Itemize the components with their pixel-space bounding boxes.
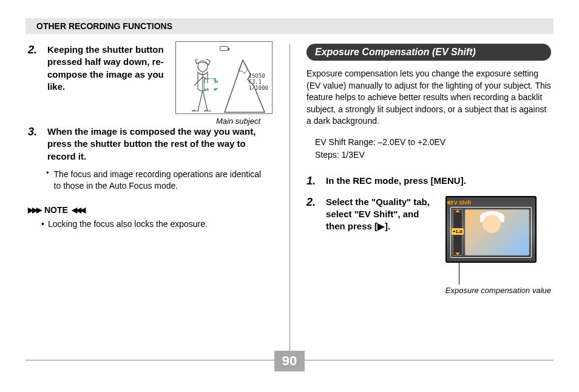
lcd-screen: EV Shift +1.0 [445,196,537,263]
ev-value-badge: +1.0 [452,228,464,235]
step-2-block: 2. Keeping the shutter button pressed ha… [28,44,273,126]
page-number: 90 [274,351,305,371]
battery-icon [220,46,228,51]
composition-illustration: ISO50 F3.1 1/1000 Main subject [175,41,273,126]
shutter-value: 1/1000 [248,86,268,92]
callout-line [459,263,459,285]
step-number: 1. [306,175,321,188]
page-header: OTHER RECORDING FUNCTIONS [25,18,554,34]
ev-spec: EV Shift Range: –2.0EV to +2.0EV Steps: … [306,136,551,161]
lcd-caption: Exposure compensation value [445,286,551,296]
ev-range: EV Shift Range: –2.0EV to +2.0EV [315,136,551,149]
note-arrows-right-icon: ▶▶▶ [28,206,41,214]
column-divider [290,44,290,353]
bullet-text: The focus and image recording operations… [54,169,266,192]
back-triangle-icon [447,200,450,205]
note-label: NOTE [44,205,68,215]
step-3-block: 3. When the image is composed the way yo… [28,126,273,163]
lcd-illustration-block: EV Shift +1.0 [445,196,551,296]
note-heading: ▶▶▶ NOTE ◀◀◀ [28,205,273,215]
content-columns: 2. Keeping the shutter button pressed ha… [25,44,554,353]
ev-steps: Steps: 1/3EV [315,149,551,161]
intro-paragraph: Exposure compensation lets you change th… [306,68,551,127]
lcd-preview-image [465,209,529,255]
left-column: 2. Keeping the shutter button pressed ha… [25,44,290,353]
note-item: • Locking the focus also locks the expos… [28,218,273,230]
bullet-icon: • [46,169,49,192]
step-number: 2. [306,196,321,209]
section-heading: Exposure Compensation (EV Shift) [306,44,551,61]
camera-settings-overlay: ISO50 F3.1 1/1000 [248,73,268,92]
illustration-caption: Main subject [175,117,273,126]
bullet-icon: • [41,218,44,230]
arrow-down-icon [455,252,460,255]
step-number: 3. [28,126,42,138]
lcd-frame: +1.0 [450,207,532,258]
step-2-block: 2. Select the "Quality" tab, select "EV … [306,196,551,296]
info-bullet: • The focus and image recording operatio… [28,169,273,192]
arrow-up-icon [455,209,460,212]
step-1-block: 1. In the REC mode, press [MENU]. [306,175,551,188]
step-text: Select the "Quality" tab, select "EV Shi… [326,196,439,233]
face-shape [482,215,501,233]
lcd-title: EV Shift [450,200,472,206]
step-text: Keeping the shutter button pressed half … [47,44,168,93]
camera-lcd-illustration: ISO50 F3.1 1/1000 [175,41,273,114]
step-text: When the image is composed the way you w… [47,126,273,163]
step-number: 2. [28,44,42,56]
focus-frame-icon [204,78,216,90]
step-text: In the REC mode, press [MENU]. [326,175,551,187]
ev-slider: +1.0 [453,209,462,255]
note-text: Locking the focus also locks the exposur… [48,218,208,230]
right-column: Exposure Compensation (EV Shift) Exposur… [290,44,554,353]
note-arrows-left-icon: ◀◀◀ [72,206,84,214]
